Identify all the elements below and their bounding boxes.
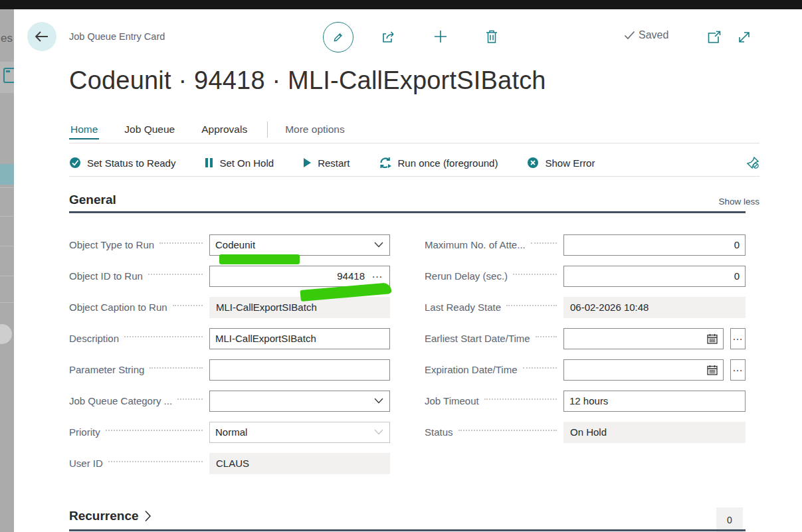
job-queue-category-combobox[interactable] <box>209 391 390 412</box>
action-set-status-to-ready[interactable]: Set Status to Ready <box>69 157 175 169</box>
action-restart[interactable]: Restart <box>303 157 350 169</box>
field-earliest-start-datetime: Earliest Start Date/Time … <box>425 323 746 354</box>
field-parameter-string: Parameter String <box>69 354 390 385</box>
priority-input <box>210 422 374 442</box>
earliest-start-assist-button[interactable]: … <box>730 328 746 349</box>
general-form: Object Type to Run Object ID to Run … Ob… <box>69 229 746 479</box>
status-ready-icon <box>69 157 81 169</box>
priority-combobox <box>209 422 390 443</box>
object-id-assist-button[interactable]: … <box>370 268 389 285</box>
expiration-input[interactable] <box>564 360 707 380</box>
description-input[interactable] <box>210 329 389 349</box>
tab-divider <box>267 122 268 137</box>
description-field[interactable] <box>209 328 390 349</box>
background-page-icon <box>3 68 14 83</box>
maximum-attempts-input[interactable] <box>564 235 745 255</box>
run-once-icon <box>379 157 392 169</box>
job-queue-entry-card: Job Queue Entry Card Saved <box>14 9 802 532</box>
rerun-delay-field[interactable] <box>563 266 746 287</box>
field-maximum-attempts: Maximum No. of Atte... <box>425 229 746 260</box>
parameter-string-input[interactable] <box>210 360 389 380</box>
earliest-start-field[interactable] <box>563 328 724 349</box>
unpin-action-bar-button[interactable] <box>746 156 759 169</box>
error-circle-icon <box>527 157 539 169</box>
back-button[interactable] <box>27 22 56 51</box>
object-type-input[interactable] <box>210 235 374 255</box>
chevron-down-icon <box>374 429 383 435</box>
field-description: Description <box>69 323 390 354</box>
recurrence-section-title: Recurrence <box>69 509 139 523</box>
job-queue-category-input[interactable] <box>210 391 374 411</box>
field-job-queue-category: Job Queue Category ... <box>69 385 390 416</box>
tab-approvals[interactable]: Approvals <box>200 120 249 139</box>
status-readonly: On Hold <box>563 422 746 443</box>
play-icon <box>303 157 312 168</box>
edit-toggle-button[interactable] <box>323 22 353 52</box>
check-icon <box>624 31 635 40</box>
object-caption-readonly: MLI-CallExportSIBatch <box>209 297 390 318</box>
recurrence-section-rule <box>69 529 746 531</box>
pin-slash-icon <box>746 156 759 169</box>
background-avatar-fragment <box>0 324 12 344</box>
dimmed-background-page: es <box>0 9 14 532</box>
field-rerun-delay: Rerun Delay (sec.) <box>425 260 746 292</box>
open-in-new-window-button[interactable] <box>707 31 722 44</box>
expand-page-button[interactable] <box>737 30 752 44</box>
share-button[interactable] <box>381 29 397 44</box>
back-arrow-icon <box>35 31 49 43</box>
expiration-field[interactable] <box>563 359 724 381</box>
green-highlight-marker-object-type <box>219 254 300 264</box>
field-user-id: User ID CLAUS <box>69 448 390 479</box>
job-timeout-input[interactable] <box>564 391 745 411</box>
chevron-down-icon[interactable] <box>374 242 383 248</box>
object-type-combobox[interactable] <box>209 234 390 256</box>
parameter-string-field[interactable] <box>209 359 390 381</box>
earliest-start-input[interactable] <box>564 329 707 349</box>
menu-tabs: Home Job Queue Approvals More options <box>69 116 759 143</box>
trash-icon <box>485 29 498 44</box>
delete-button[interactable] <box>485 29 498 44</box>
background-text-fragment: es <box>1 32 13 45</box>
page-caption: Job Queue Entry Card <box>69 31 165 42</box>
pencil-icon <box>332 31 345 44</box>
action-bar: Set Status to Ready Set On Hold Restart <box>69 149 759 177</box>
expand-diagonal-icon <box>737 30 752 44</box>
recurrence-section-header[interactable]: Recurrence <box>69 509 151 523</box>
tab-home[interactable]: Home <box>69 120 99 139</box>
chevron-right-icon <box>144 510 151 522</box>
field-expiration-datetime: Expiration Date/Time … <box>425 354 746 385</box>
show-less-button[interactable]: Show less <box>718 197 759 213</box>
user-id-readonly: CLAUS <box>209 453 390 474</box>
recurrence-count-badge: 0 <box>716 507 743 532</box>
field-job-timeout: Job Timeout <box>425 385 746 416</box>
general-section-title: General <box>69 193 116 213</box>
object-id-field[interactable]: … <box>209 266 390 287</box>
expiration-assist-button[interactable]: … <box>730 359 746 381</box>
maximum-attempts-field[interactable] <box>563 234 746 256</box>
action-set-on-hold[interactable]: Set On Hold <box>205 157 274 169</box>
action-run-once-foreground[interactable]: Run once (foreground) <box>379 157 498 169</box>
tab-job-queue[interactable]: Job Queue <box>123 120 176 139</box>
field-status: Status On Hold <box>425 416 746 448</box>
job-timeout-field[interactable] <box>563 391 746 412</box>
new-record-button[interactable] <box>434 30 447 43</box>
general-section-rule <box>69 211 746 213</box>
share-icon <box>381 29 397 44</box>
calendar-icon[interactable] <box>707 365 718 375</box>
more-options-button[interactable]: More options <box>285 124 345 135</box>
chevron-down-icon[interactable] <box>374 398 383 404</box>
calendar-icon[interactable] <box>707 333 718 344</box>
field-last-ready-state: Last Ready State 06-02-2026 10:48 <box>425 292 746 323</box>
action-show-error[interactable]: Show Error <box>527 157 595 169</box>
object-id-input[interactable] <box>210 266 370 286</box>
field-priority: Priority <box>69 416 390 448</box>
plus-icon <box>434 30 447 43</box>
saved-label: Saved <box>639 29 668 41</box>
rerun-delay-input[interactable] <box>564 266 745 286</box>
page-title: Codeunit · 94418 · MLI-CallExportSIBatch <box>69 66 546 95</box>
popout-icon <box>707 31 722 44</box>
general-section-header: General Show less <box>69 187 759 213</box>
background-selected-row <box>0 164 14 185</box>
save-status: Saved <box>624 29 668 41</box>
last-ready-state-readonly: 06-02-2026 10:48 <box>563 297 746 318</box>
